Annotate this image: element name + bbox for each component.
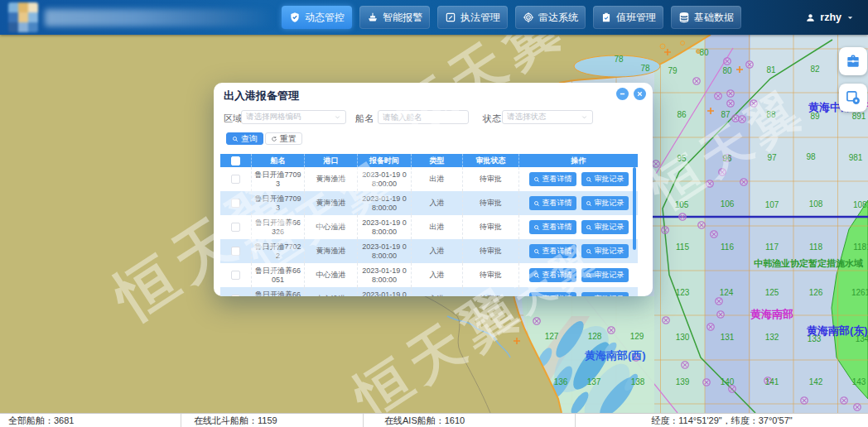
minimize-button[interactable] [616, 88, 629, 100]
grid-cell-number: 981 [849, 153, 863, 162]
port-cell: 黄海渔港 [305, 239, 358, 263]
grid-cell-number: 139 [676, 377, 690, 386]
search-icon [586, 296, 592, 297]
view-details-button[interactable]: 查看详情 [529, 292, 576, 296]
nav-tab-6[interactable]: 基础数据 [671, 6, 741, 29]
reset-button-label: 重置 [280, 133, 297, 145]
nav-tab-4[interactable]: 雷达系统 [515, 6, 586, 29]
table-header: 船名港口报备时间类型审批状态操作 [220, 154, 638, 167]
grid-cell-number: 1081 [853, 200, 868, 209]
top-navbar: 动态管控智能报警执法管理雷达系统值班管理基础数据 rzhy [0, 0, 868, 35]
column-header: 操作 [519, 154, 638, 167]
row-checkbox[interactable] [231, 247, 240, 256]
search-icon [533, 176, 540, 183]
table-row: 鲁日开渔养66326中心渔港2023-01-19 08:00:00出港待审批查看… [220, 215, 638, 239]
hazard-mark [719, 169, 726, 175]
status-filter-label: 状态 [483, 113, 501, 125]
sea-area-label: 黄海南部 [750, 308, 793, 320]
action-button-label: 查看详情 [542, 271, 572, 280]
hazard-mark [716, 298, 722, 305]
grid-cell-number: 129 [630, 332, 644, 341]
hazard-mark [682, 362, 688, 368]
row-checkbox[interactable] [231, 295, 240, 296]
app-logo [8, 2, 38, 32]
action-button-label: 审批记录 [595, 223, 624, 232]
hazard-mark [727, 90, 734, 97]
grid-cell-number: 78 [614, 55, 624, 64]
row-checkbox[interactable] [231, 175, 240, 184]
port-cell: 黄海渔港 [305, 167, 358, 191]
hazard-mark [707, 324, 714, 330]
map-tool-button-2[interactable] [839, 84, 867, 112]
action-button-label: 查看详情 [542, 175, 572, 184]
hazard-mark [750, 100, 757, 107]
region-select-placeholder: 请选择网格编码 [246, 112, 334, 122]
action-button-label: 查看详情 [542, 223, 572, 232]
grid-cell-number: 132 [765, 333, 779, 342]
row-checkbox[interactable] [231, 271, 240, 280]
query-button[interactable]: 查询 [226, 132, 263, 145]
search-icon [586, 272, 592, 279]
grid-cell-number: 97 [767, 153, 777, 162]
status-ais-vessels: 在线AIS船舶：1610 [363, 414, 575, 427]
region-select[interactable]: 请选择网格编码 [241, 110, 346, 124]
status-bar: 全部船舶：3681 在线北斗船舶：1159 在线AIS船舶：1610 经度：11… [0, 413, 868, 427]
select-all-checkbox[interactable] [231, 156, 240, 166]
status-cell: 待审批 [463, 263, 519, 287]
dialog-title: 出入港报备管理 [224, 89, 299, 103]
search-icon [586, 200, 592, 207]
view-details-button[interactable]: 查看详情 [529, 172, 576, 186]
view-details-button[interactable]: 查看详情 [529, 268, 576, 282]
row-select-cell [220, 215, 252, 239]
hazard-mark [732, 115, 739, 122]
approval-record-button[interactable]: 审批记录 [581, 172, 629, 186]
status-select[interactable]: 请选择状态 [502, 110, 593, 124]
table-scrollbar[interactable] [633, 167, 636, 250]
action-button-label: 审批记录 [595, 175, 624, 184]
status-text: 全部船舶：3681 [8, 415, 74, 427]
type-cell: 入港 [412, 191, 463, 215]
row-select-cell [220, 167, 252, 191]
nav-tab-3[interactable]: 执法管理 [437, 6, 508, 29]
reset-button[interactable]: 重置 [265, 132, 302, 145]
grid-cell-number: 81 [766, 65, 776, 74]
view-details-button[interactable]: 查看详情 [529, 196, 576, 210]
close-button[interactable] [634, 88, 646, 100]
user-menu[interactable]: rzhy [805, 0, 855, 35]
grid-cell-number: 116 [721, 242, 734, 252]
view-details-button[interactable]: 查看详情 [529, 244, 576, 258]
hazard-mark [740, 179, 747, 185]
approval-record-button[interactable]: 审批记录 [581, 244, 629, 258]
grid-cell-number: 136 [554, 377, 568, 386]
region-filter-label: 区域 [224, 113, 242, 125]
search-icon [533, 296, 540, 297]
row-select-cell [220, 263, 252, 287]
radar-icon [523, 12, 534, 23]
type-cell: 入港 [412, 287, 463, 296]
view-details-button[interactable]: 查看详情 [529, 220, 576, 234]
row-checkbox[interactable] [231, 223, 240, 232]
sea-area-label: 黄海南部(西) [584, 349, 646, 362]
column-header: 类型 [412, 154, 463, 167]
type-cell: 入港 [412, 263, 463, 287]
grid-cell-number: 140 [721, 377, 735, 386]
port-cell: 中心渔港 [305, 263, 358, 287]
nav-tab-1[interactable]: 动态管控 [282, 6, 352, 29]
approval-record-button[interactable]: 审批记录 [581, 268, 629, 282]
ship-name-input[interactable] [378, 110, 469, 124]
status-cell: 待审批 [463, 215, 519, 239]
map-tool-button-1[interactable] [839, 47, 867, 75]
column-header: 审批状态 [463, 154, 519, 167]
grid-cell-number: 1261 [851, 288, 868, 297]
approval-record-button[interactable]: 审批记录 [581, 220, 629, 234]
nav-tab-2[interactable]: 智能报警 [359, 6, 430, 29]
status-beidou-vessels: 在线北斗船舶：1159 [181, 414, 363, 427]
row-checkbox[interactable] [231, 199, 240, 208]
minimize-icon [619, 90, 626, 98]
alarm-ship-icon [367, 12, 379, 23]
approval-record-button[interactable]: 审批记录 [581, 292, 629, 296]
grid-cell-number: 87 [721, 110, 731, 119]
nav-tab-5[interactable]: 值班管理 [593, 6, 663, 29]
approval-record-button[interactable]: 审批记录 [581, 196, 629, 210]
action-button-label: 查看详情 [542, 199, 572, 208]
